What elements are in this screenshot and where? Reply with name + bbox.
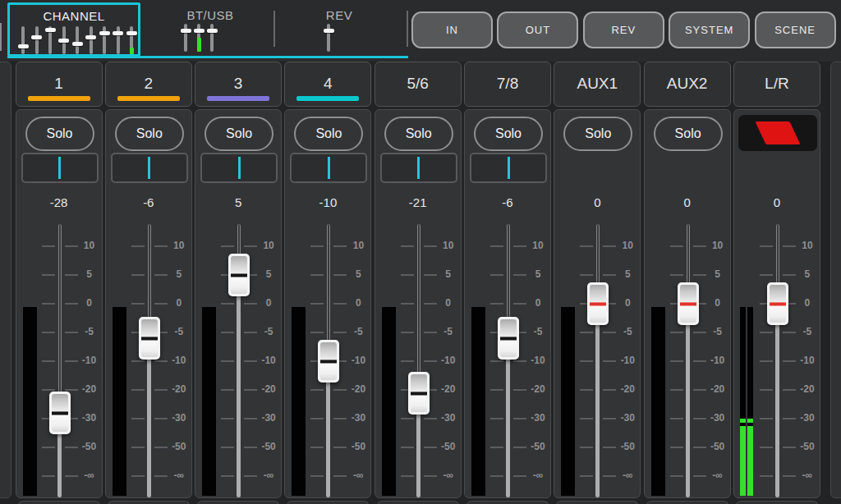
fader-track[interactable] xyxy=(775,304,779,497)
scale-tick xyxy=(490,360,503,362)
fader-track[interactable] xyxy=(686,304,690,497)
fader-cap[interactable] xyxy=(228,254,250,296)
scale-label: 5 xyxy=(255,268,282,280)
pan-position-indicator xyxy=(417,157,420,179)
strip-body: Solo-61050-5-10-20-30-50-∞ xyxy=(464,109,551,498)
fader-track[interactable] xyxy=(596,224,600,287)
fader-cap[interactable] xyxy=(587,282,609,325)
solo-button[interactable]: Solo xyxy=(294,117,363,151)
solo-button[interactable]: Solo xyxy=(25,117,94,151)
strip-header[interactable]: 3 xyxy=(195,62,282,107)
fader-cap[interactable] xyxy=(318,340,339,383)
scale-label: -30 xyxy=(705,412,731,424)
tab-rev[interactable]: REV xyxy=(277,2,402,57)
rev-button[interactable]: REV xyxy=(583,11,664,48)
scale-tick xyxy=(490,447,503,448)
in-button[interactable]: IN xyxy=(411,11,493,48)
scale-tick xyxy=(760,245,773,247)
fader-value-label: -6 xyxy=(465,195,550,209)
pan-position-indicator xyxy=(508,157,510,179)
fader-cap[interactable] xyxy=(498,317,519,360)
tab-channel[interactable]: CHANNEL xyxy=(7,2,140,57)
strip-header[interactable]: AUX1 xyxy=(554,62,641,107)
scale-label: -20 xyxy=(435,383,462,395)
solo-button[interactable]: Solo xyxy=(205,117,273,151)
channel-meter-bar xyxy=(23,307,37,496)
fader-track[interactable] xyxy=(507,224,510,322)
pan-control[interactable] xyxy=(200,153,278,183)
fader-cap-face xyxy=(680,285,696,323)
scale-label: 10 xyxy=(435,240,462,251)
pan-control[interactable] xyxy=(21,153,99,183)
channel-meter-bar xyxy=(561,307,575,496)
fader-track[interactable] xyxy=(147,338,151,497)
scale-label: -5 xyxy=(76,326,103,337)
scale-label: -∞ xyxy=(614,470,641,481)
fader-cap-face xyxy=(590,285,606,323)
strip-header[interactable]: 7/8 xyxy=(464,62,551,107)
mini-fader-cap xyxy=(113,31,123,35)
channel-strip-7-8: 7/8Solo-61050-5-10-20-30-50-∞ xyxy=(464,62,551,498)
pan-control[interactable] xyxy=(290,153,367,183)
fader-track[interactable] xyxy=(327,224,330,345)
strip-header[interactable]: 4 xyxy=(284,62,371,107)
fader-cap[interactable] xyxy=(49,392,71,434)
strip-body: Solo-211050-5-10-20-30-50-∞ xyxy=(375,109,462,498)
strip-header[interactable]: L/R xyxy=(733,62,820,107)
scale-tick xyxy=(42,389,55,391)
scale-tick xyxy=(760,389,773,391)
fader-track[interactable] xyxy=(417,224,420,377)
solo-button[interactable]: Solo xyxy=(474,117,543,151)
scale-tick xyxy=(42,447,55,448)
scale-label: -10 xyxy=(614,355,641,366)
scale-tick xyxy=(580,274,593,276)
scale-label: -20 xyxy=(794,383,820,395)
strip-header[interactable]: AUX2 xyxy=(644,62,731,107)
mini-fader-cap xyxy=(194,29,205,33)
scale-tick xyxy=(670,418,683,419)
scale-tick xyxy=(670,274,683,276)
tab-bt-usb[interactable]: BT/USB xyxy=(149,2,272,57)
fader-cap[interactable] xyxy=(139,317,160,360)
strip-header[interactable]: 2 xyxy=(105,62,192,107)
solo-button[interactable]: Solo xyxy=(115,117,184,151)
fader-cap[interactable] xyxy=(767,282,788,325)
scale-label: 10 xyxy=(525,240,551,251)
fader-cap[interactable] xyxy=(408,372,430,415)
scale-label: -∞ xyxy=(166,470,192,481)
scale-tick xyxy=(221,332,234,333)
fader-track[interactable] xyxy=(687,224,690,287)
solo-button[interactable]: Solo xyxy=(384,117,453,151)
strip-header[interactable]: 1 xyxy=(16,62,103,107)
scale-label: 0 xyxy=(166,297,192,309)
solo-button[interactable]: Solo xyxy=(563,117,632,151)
out-button[interactable]: OUT xyxy=(497,11,578,48)
scene-button[interactable]: SCENE xyxy=(755,11,836,48)
scale-tick xyxy=(131,418,145,419)
fader-track[interactable] xyxy=(776,224,779,287)
fader-value-label: 0 xyxy=(554,195,640,209)
channel-meter-bar xyxy=(292,307,306,496)
scale-tick xyxy=(401,475,414,477)
system-button[interactable]: SYSTEM xyxy=(669,11,750,48)
fader-value-label: -28 xyxy=(16,195,102,209)
scale-label: -50 xyxy=(794,441,820,452)
strip-header[interactable]: 5/6 xyxy=(375,62,462,107)
fader-track[interactable] xyxy=(58,224,62,396)
fader-cap[interactable] xyxy=(678,282,699,325)
pan-control[interactable] xyxy=(470,153,547,183)
solo-button[interactable]: Solo xyxy=(654,117,723,151)
mute-button[interactable] xyxy=(738,115,817,151)
fader-track[interactable] xyxy=(506,338,510,497)
offscreen-strip-left xyxy=(0,62,11,498)
mini-fader-cap xyxy=(181,29,191,33)
scale-label: -20 xyxy=(525,383,551,395)
scale-tick xyxy=(310,274,324,276)
pan-control[interactable] xyxy=(380,153,457,183)
fader-track[interactable] xyxy=(237,275,241,497)
scale-label: -20 xyxy=(614,383,641,395)
pan-control[interactable] xyxy=(111,153,188,183)
fader-track[interactable] xyxy=(148,224,151,322)
scale-label: -50 xyxy=(435,441,462,452)
fader-track[interactable] xyxy=(595,304,600,497)
